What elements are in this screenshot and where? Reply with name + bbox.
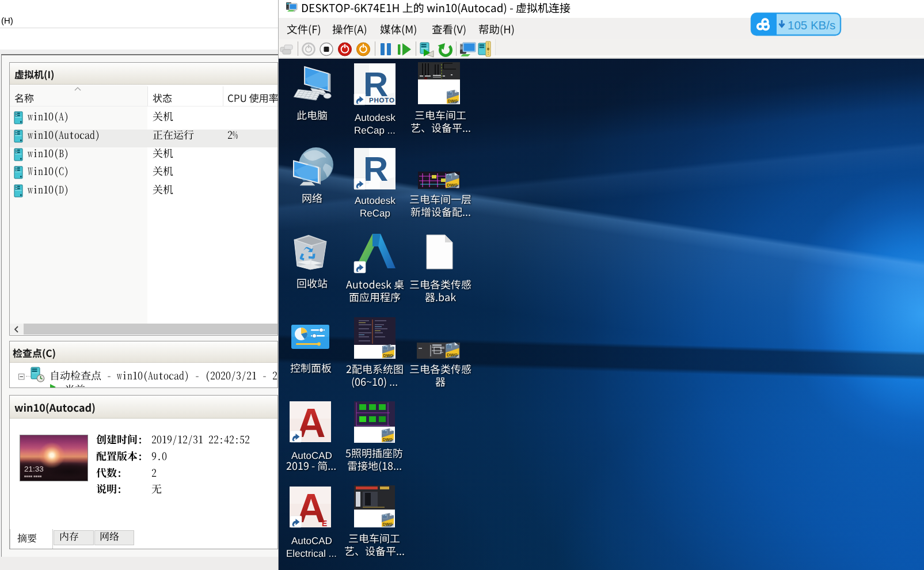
svg-text:DWG: DWG <box>383 522 393 527</box>
svg-text:R: R <box>363 150 388 188</box>
svg-text:DWG: DWG <box>383 353 394 358</box>
svg-text:E: E <box>322 519 327 528</box>
svg-text:DWG: DWG <box>447 183 458 188</box>
svg-text:DWG: DWG <box>448 98 458 104</box>
svg-text:PHOTO: PHOTO <box>369 97 395 104</box>
svg-text:DWG: DWG <box>447 352 458 358</box>
svg-text:105 KB/s: 105 KB/s <box>788 18 835 32</box>
svg-text:DWG: DWG <box>383 437 393 442</box>
